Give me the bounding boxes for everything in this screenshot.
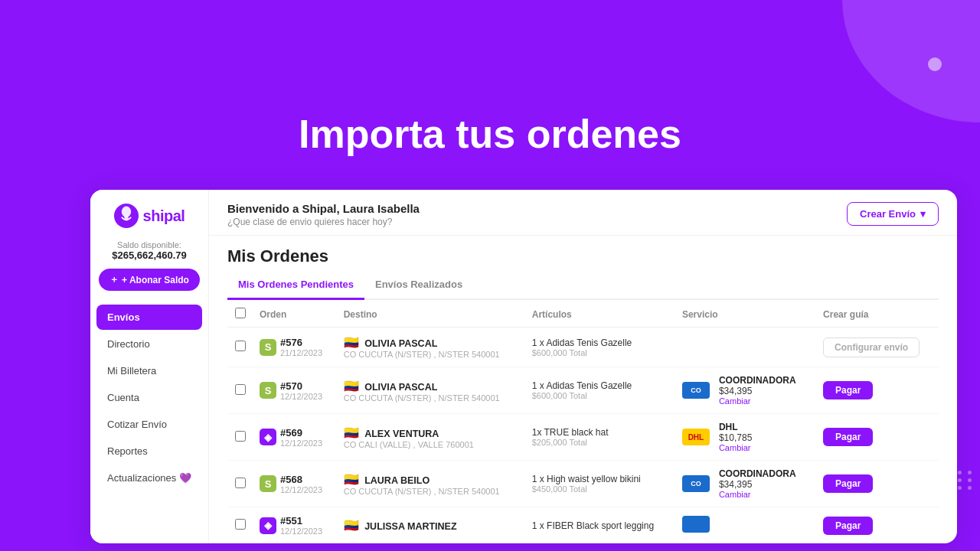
country-flag: 🇨🇴: [344, 519, 359, 532]
add-balance-label: + Abonar Saldo: [122, 275, 189, 285]
table-row: ◈ #569 12/12/2023 🇨🇴 ALEX VENTURA CO CAL…: [227, 414, 939, 461]
action-cell: Pagar: [817, 414, 939, 461]
col-crear-guia: Crear guía: [817, 300, 939, 328]
table-row: S #568 12/12/2023 🇨🇴 LAURA BEILO CO CUCU…: [227, 461, 939, 507]
order-cell: ◈ #569 12/12/2023: [253, 414, 338, 461]
sidebar-item-envios[interactable]: Envíos: [96, 305, 202, 330]
service-change[interactable]: Cambiar: [719, 443, 752, 452]
shipal-logo-icon: [114, 204, 139, 228]
row-checkbox[interactable]: [235, 384, 246, 395]
svg-rect-2: [124, 216, 128, 220]
action-cell: Configurar envío: [817, 328, 939, 367]
topbar-greeting: Bienvenido a Shipal, Laura Isabella: [227, 202, 420, 215]
table-row: ◈ #551 12/12/2023 🇨🇴 JULISSA MARTINEZ 1 …: [227, 507, 939, 544]
dest-addr: CO CALI (VALLE) , VALLE 760001: [344, 440, 520, 449]
pagar-button[interactable]: Pagar: [823, 428, 873, 446]
sidebar-item-cotizar-envio[interactable]: Cotizar Envío: [96, 412, 202, 437]
col-destino: Destino: [338, 300, 526, 328]
tabs-bar: Mis Ordenes PendientesEnvíos Realizados: [227, 274, 939, 300]
col-articulos: Artículos: [526, 300, 676, 328]
destino-cell: 🇨🇴 LAURA BEILO CO CUCUTA (N/STER) , N/ST…: [338, 461, 526, 507]
service-price: $34,395: [719, 386, 796, 396]
orders-section: Mis Ordenes Mis Ordenes PendientesEnvíos…: [209, 236, 957, 543]
orders-table-wrap: Orden Destino Artículos Servicio Crear g…: [227, 300, 939, 543]
topbar-greeting-block: Bienvenido a Shipal, Laura Isabella ¿Que…: [227, 202, 420, 227]
order-cell: S #570 12/12/2023: [253, 367, 338, 414]
articulos-cell: 1 x High waist yellow bikini $450,000 To…: [526, 461, 676, 507]
hero-title: Importa tus ordenes: [0, 111, 980, 157]
sidebar: shipal Saldo disponible: $265,662,460.79…: [90, 190, 209, 543]
dest-name: OLIVIA PASCAL: [364, 338, 437, 349]
servicio-cell: CO COORDINADORA $34,395 Cambiar: [676, 367, 817, 414]
source-icon: ◈: [260, 429, 276, 445]
article-name: 1 x Adidas Tenis Gazelle: [532, 337, 670, 348]
source-icon: S: [260, 475, 276, 492]
dest-addr: CO CUCUTA (N/STER) , N/STER 540001: [344, 487, 520, 496]
configurar-envio-button[interactable]: Configurar envío: [823, 337, 920, 357]
col-orden: Orden: [253, 300, 338, 328]
sidebar-item-reportes[interactable]: Reportes: [96, 439, 202, 464]
pagar-button[interactable]: Pagar: [823, 517, 873, 535]
article-name: 1 x Adidas Tenis Gazelle: [532, 380, 670, 391]
row-checkbox[interactable]: [235, 431, 246, 442]
country-flag: 🇨🇴: [344, 426, 359, 439]
sidebar-nav: EnvíosDirectorioMi BilleteraCuentaCotiza…: [90, 305, 208, 492]
table-row: S #570 12/12/2023 🇨🇴 OLIVIA PASCAL CO CU…: [227, 367, 939, 414]
coordinadora-logo: CO: [682, 382, 710, 399]
tab-realizados[interactable]: Envíos Realizados: [364, 274, 473, 300]
dest-name: OLIVIA PASCAL: [364, 382, 437, 393]
service-change[interactable]: Cambiar: [719, 490, 796, 499]
article-total: $600,000 Total: [532, 348, 670, 357]
row-checkbox[interactable]: [235, 341, 246, 351]
service-logo: [682, 516, 710, 533]
sidebar-logo: shipal: [114, 204, 185, 228]
action-cell: Pagar: [817, 367, 939, 414]
pagar-button[interactable]: Pagar: [823, 381, 873, 399]
destino-cell: 🇨🇴 ALEX VENTURA CO CALI (VALLE) , VALLE …: [338, 414, 526, 461]
service-price: $34,395: [719, 479, 796, 490]
sidebar-item-cuenta[interactable]: Cuenta: [96, 385, 202, 410]
sidebar-item-directorio[interactable]: Directorio: [96, 331, 202, 357]
service-price: $10,785: [719, 432, 752, 443]
sidebar-item-mi-billetera[interactable]: Mi Billetera: [96, 358, 202, 383]
order-number: #576: [280, 337, 322, 348]
article-name: 1x TRUE black hat: [532, 427, 670, 438]
order-date: 12/12/2023: [280, 485, 322, 494]
select-all-checkbox[interactable]: [235, 308, 246, 318]
blob-dot-decoration: [928, 57, 942, 71]
pagar-button[interactable]: Pagar: [823, 474, 873, 493]
dest-addr: CO CUCUTA (N/STER) , N/STER 540001: [344, 393, 520, 403]
articulos-cell: 1x TRUE black hat $205,000 Total: [526, 414, 676, 461]
crear-envio-button[interactable]: Crear Envío ▾: [847, 202, 939, 226]
article-total: $600,000 Total: [532, 391, 670, 400]
col-servicio: Servicio: [676, 300, 817, 328]
dest-name: ALEX VENTURA: [364, 429, 439, 439]
servicio-cell: [676, 328, 817, 367]
service-name: DHL: [719, 422, 752, 432]
articulos-cell: 1 x Adidas Tenis Gazelle $600,000 Total: [526, 328, 676, 367]
main-content: Bienvenido a Shipal, Laura Isabella ¿Que…: [209, 190, 957, 543]
servicio-cell: DHL DHL $10,785 Cambiar: [676, 414, 817, 461]
country-flag: 🇨🇴: [344, 380, 359, 393]
order-date: 21/12/2023: [280, 348, 322, 357]
topbar-subtitle: ¿Que clase de envio quieres hacer hoy?: [227, 217, 420, 227]
destino-cell: 🇨🇴 OLIVIA PASCAL CO CUCUTA (N/STER) , N/…: [338, 328, 526, 367]
articulos-cell: 1 x Adidas Tenis Gazelle $600,000 Total: [526, 367, 676, 414]
source-icon: ◈: [260, 517, 276, 534]
tab-pendientes[interactable]: Mis Ordenes Pendientes: [227, 274, 364, 300]
sidebar-item-actualizaciones[interactable]: Actualizaciones 💜: [96, 465, 202, 491]
dest-name: JULISSA MARTINEZ: [364, 521, 456, 532]
row-checkbox[interactable]: [235, 478, 246, 488]
destino-cell: 🇨🇴 JULISSA MARTINEZ: [338, 507, 526, 544]
add-balance-button[interactable]: ＋ + Abonar Saldo: [99, 269, 200, 291]
source-icon: S: [260, 382, 276, 399]
sidebar-balance-label: Saldo disponible:: [117, 240, 181, 249]
service-change[interactable]: Cambiar: [719, 396, 796, 406]
coordinadora-logo: CO: [682, 475, 710, 492]
destino-cell: 🇨🇴 OLIVIA PASCAL CO CUCUTA (N/STER) , N/…: [338, 367, 526, 414]
servicio-cell: [676, 507, 817, 544]
country-flag: 🇨🇴: [344, 473, 359, 486]
row-checkbox[interactable]: [235, 519, 246, 530]
order-cell: S #568 12/12/2023: [253, 461, 338, 507]
dest-addr: CO CUCUTA (N/STER) , N/STER 540001: [344, 350, 520, 359]
